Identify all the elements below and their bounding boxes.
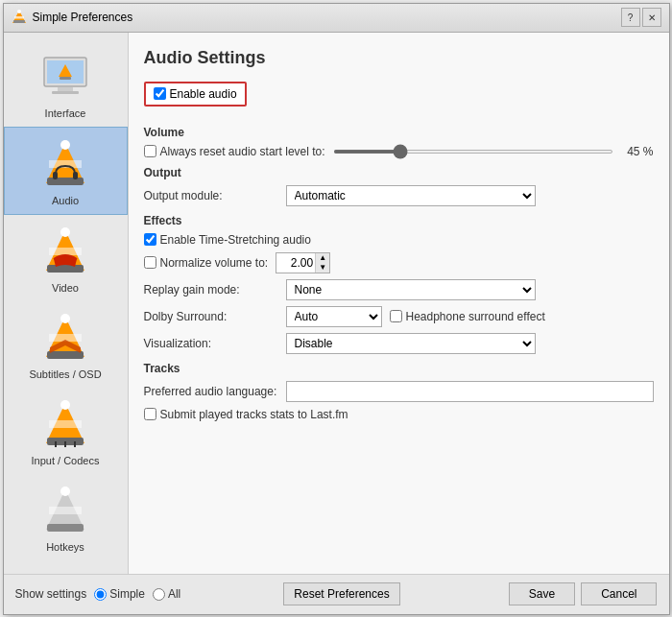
sidebar-item-subtitles-label: Subtitles / OSD: [29, 368, 101, 380]
spinbox-up[interactable]: ▲: [316, 253, 329, 263]
svg-rect-1: [13, 20, 25, 23]
help-button[interactable]: ?: [621, 8, 640, 27]
title-bar-text: Simple Preferences: [33, 11, 621, 24]
sidebar-item-hotkeys[interactable]: Hotkeys: [4, 474, 128, 560]
output-section-label: Output: [144, 166, 654, 179]
svg-rect-2: [14, 16, 24, 19]
hotkeys-icon: [36, 482, 94, 539]
main-window: Simple Preferences ? ✕: [3, 3, 670, 615]
effects-section-label: Effects: [144, 214, 654, 227]
title-bar-buttons: ? ✕: [621, 8, 661, 27]
normalize-row: Normalize volume to: ▲ ▼: [144, 252, 654, 273]
normalize-label[interactable]: Normalize volume to:: [144, 256, 269, 270]
simple-radio[interactable]: [94, 588, 107, 601]
interface-icon: [36, 48, 94, 106]
sidebar-item-video[interactable]: Video: [4, 215, 128, 301]
enable-audio-box: Enable audio: [144, 82, 247, 107]
svg-point-34: [60, 486, 70, 496]
preferred-language-label: Preferred audio language:: [144, 385, 278, 398]
spinbox-buttons: ▲ ▼: [315, 253, 329, 273]
svg-rect-14: [53, 172, 58, 179]
enable-audio-label[interactable]: Enable audio: [154, 87, 237, 101]
main-panel: Audio Settings Enable audio Volume Alway…: [129, 33, 669, 574]
svg-point-13: [60, 140, 70, 150]
preferred-language-row: Preferred audio language:: [144, 381, 654, 402]
headphone-label[interactable]: Headphone surround effect: [390, 310, 545, 323]
svg-rect-9: [60, 77, 71, 80]
sidebar-item-interface[interactable]: Interface: [4, 40, 128, 127]
always-reset-checkbox[interactable]: [144, 145, 156, 157]
lastfm-row: Submit played tracks stats to Last.fm: [144, 408, 654, 421]
svg-rect-26: [49, 420, 82, 428]
dolby-surround-select[interactable]: Auto On Off: [286, 306, 382, 327]
normalize-checkbox[interactable]: [144, 256, 156, 269]
visualization-row: Visualization: Disable Spectrum Scope Vu…: [144, 333, 654, 354]
simple-radio-label[interactable]: Simple: [94, 587, 145, 601]
all-radio[interactable]: [153, 588, 165, 601]
lastfm-checkbox[interactable]: [144, 408, 156, 420]
sidebar-item-audio-label: Audio: [52, 195, 79, 206]
svg-rect-21: [47, 351, 84, 359]
preferred-language-input[interactable]: [286, 381, 654, 402]
title-bar: Simple Preferences ? ✕: [4, 4, 669, 33]
always-reset-label[interactable]: Always reset audio start level to:: [144, 145, 325, 158]
volume-section-label: Volume: [144, 126, 654, 139]
replay-gain-select[interactable]: None Track Album: [286, 279, 536, 300]
svg-rect-32: [47, 524, 84, 532]
sidebar-item-hotkeys-label: Hotkeys: [46, 541, 84, 553]
time-stretching-checkbox[interactable]: [144, 233, 156, 246]
svg-point-19: [60, 227, 70, 237]
normalize-value[interactable]: [276, 253, 315, 273]
svg-point-3: [17, 10, 21, 13]
close-button[interactable]: ✕: [642, 8, 661, 27]
svg-rect-18: [49, 248, 82, 255]
output-module-label: Output module:: [144, 189, 278, 202]
svg-rect-15: [73, 172, 78, 179]
reset-preferences-button[interactable]: Reset Preferences: [283, 582, 399, 605]
show-settings-label: Show settings: [15, 587, 87, 601]
sidebar-item-subtitles[interactable]: Subtitles / OSD: [4, 301, 128, 388]
volume-value: 45 %: [619, 145, 654, 158]
lastfm-label[interactable]: Submit played tracks stats to Last.fm: [144, 408, 348, 421]
dolby-surround-row: Dolby Surround: Auto On Off Headphone su…: [144, 306, 654, 327]
sidebar-item-input[interactable]: Input / Codecs: [4, 388, 128, 474]
svg-point-27: [60, 400, 70, 410]
audio-icon: [36, 135, 94, 193]
time-stretching-row: Enable Time-Stretching audio: [144, 233, 654, 247]
sidebar-item-video-label: Video: [52, 282, 79, 294]
svg-rect-11: [47, 178, 84, 185]
svg-rect-6: [58, 87, 73, 91]
enable-audio-checkbox[interactable]: [154, 87, 166, 100]
always-reset-row: Always reset audio start level to: 45 %: [144, 145, 654, 158]
volume-slider[interactable]: [333, 150, 613, 154]
spinbox-down[interactable]: ▼: [316, 263, 329, 273]
subtitles-icon: [36, 309, 94, 367]
save-button[interactable]: Save: [509, 582, 575, 605]
volume-slider-container: 45 %: [333, 145, 654, 158]
output-module-select[interactable]: Automatic DirectSound WaveOut WASAPI: [286, 185, 536, 206]
visualization-label: Visualization:: [144, 337, 278, 350]
cancel-button[interactable]: Cancel: [581, 582, 657, 605]
svg-rect-7: [52, 91, 79, 94]
video-icon: [36, 223, 94, 280]
sidebar-item-audio[interactable]: Audio: [4, 127, 128, 215]
svg-rect-33: [49, 507, 82, 514]
bottom-bar: Show settings Simple All Reset Preferenc…: [4, 574, 669, 614]
tracks-section-label: Tracks: [144, 362, 654, 375]
svg-rect-17: [47, 265, 84, 273]
all-radio-label[interactable]: All: [153, 587, 180, 601]
headphone-checkbox[interactable]: [390, 310, 402, 322]
normalize-spinbox: ▲ ▼: [276, 252, 330, 273]
dolby-surround-label: Dolby Surround:: [144, 310, 278, 323]
time-stretching-label[interactable]: Enable Time-Stretching audio: [144, 233, 311, 247]
sidebar-item-interface-label: Interface: [45, 107, 86, 119]
panel-title: Audio Settings: [144, 48, 654, 68]
input-icon: [36, 395, 94, 453]
visualization-select[interactable]: Disable Spectrum Scope Vu meter: [286, 333, 536, 354]
output-module-row: Output module: Automatic DirectSound Wav…: [144, 185, 654, 206]
svg-point-23: [60, 314, 70, 323]
replay-gain-row: Replay gain mode: None Track Album: [144, 279, 654, 300]
replay-gain-label: Replay gain mode:: [144, 283, 278, 297]
app-icon: [12, 10, 27, 25]
sidebar: Interface Aud: [4, 33, 129, 574]
